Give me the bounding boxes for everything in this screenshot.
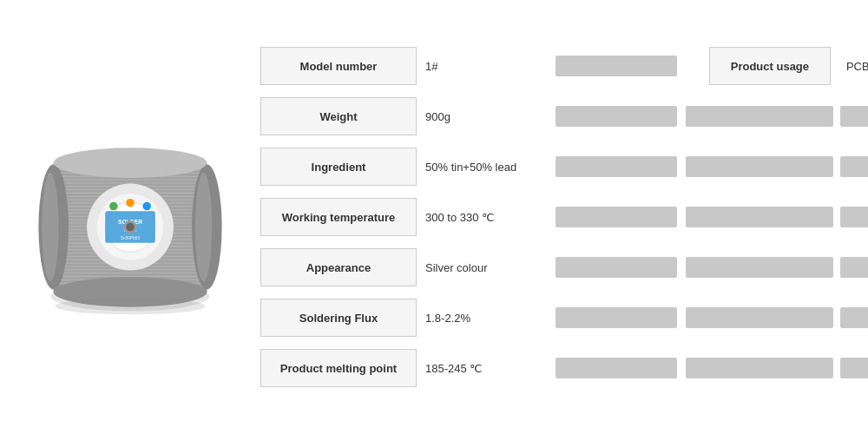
right-section-ingredient: [686, 156, 868, 177]
specs-row-flux: Soldering Flux 1.8-2.2%: [260, 293, 868, 343]
right-section-melting: [686, 358, 868, 378]
page-container: SOLDER WIRE Sn50Pb50 Model number 1# Pro…: [0, 0, 868, 434]
label-model-number: Model number: [260, 47, 417, 85]
svg-point-24: [56, 298, 206, 314]
extra-col-weight: [556, 106, 677, 127]
label-ingredient: Ingredient: [260, 148, 417, 186]
extra-col-melting: [556, 358, 677, 378]
gray-block-ingredient: [556, 156, 677, 177]
gray-block-weight-right: [686, 106, 833, 127]
gray-block-model: [556, 56, 677, 76]
extra-col-flux: [556, 307, 677, 328]
right-section-weight: [686, 106, 868, 127]
svg-point-19: [109, 202, 118, 211]
specs-row-temp: Working temperature 300 to 330 ℃: [260, 192, 868, 242]
extra-col-temp: [556, 207, 677, 227]
specs-row-weight: Weight 900g: [260, 91, 868, 141]
gray-block-temp: [556, 207, 677, 227]
svg-point-23: [126, 223, 135, 232]
gray-block-temp-right2: [840, 207, 868, 227]
extra-col-model: [556, 56, 700, 76]
svg-point-7: [42, 173, 58, 281]
svg-text:Sn50Pb50: Sn50Pb50: [121, 236, 141, 240]
svg-point-20: [126, 199, 135, 207]
right-section-appearance: [686, 257, 868, 278]
gray-block-appearance-right2: [840, 257, 868, 278]
gray-block-appearance-right: [686, 257, 833, 278]
specs-row-ingredient: Ingredient 50% tin+50% lead: [260, 141, 868, 192]
gray-block-temp-right: [686, 207, 833, 227]
value-ingredient: 50% tin+50% lead: [417, 148, 556, 186]
value-weight: 900g: [417, 97, 556, 135]
gray-block-ingredient-right2: [840, 156, 868, 177]
gray-block-melting-right2: [840, 358, 868, 378]
spool-image: SOLDER WIRE Sn50Pb50: [35, 113, 226, 321]
label-working-temp: Working temperature: [260, 198, 417, 236]
svg-point-10: [54, 148, 207, 178]
label-weight: Weight: [260, 97, 417, 135]
gray-block-weight-right2: [840, 106, 868, 127]
value-model-number: 1#: [417, 47, 556, 85]
product-image-area: SOLDER WIRE Sn50Pb50: [17, 35, 243, 399]
gray-block-flux: [556, 307, 677, 328]
svg-point-21: [142, 202, 151, 211]
value-working-temp: 300 to 330 ℃: [417, 198, 556, 236]
gray-block-weight: [556, 106, 677, 127]
gray-block-ingredient-right: [686, 156, 833, 177]
extra-col-appearance: [556, 257, 677, 278]
specs-row-appearance: Appearance Silver colour: [260, 242, 868, 293]
specs-row-model: Model number 1# Product usage PCB solder…: [260, 41, 868, 91]
right-section-model: Product usage PCB soldering: [709, 47, 868, 85]
label-soldering-flux: Soldering Flux: [260, 299, 417, 337]
right-section-flux: [686, 307, 868, 328]
gray-block-melting-right: [686, 358, 833, 378]
value-soldering-flux: 1.8-2.2%: [417, 299, 556, 337]
gray-block-flux-right2: [840, 307, 868, 328]
label-appearance: Appearance: [260, 248, 417, 286]
specs-row-melting: Product melting point 185-245 ℃: [260, 343, 868, 393]
extra-col-ingredient: [556, 156, 677, 177]
gray-block-melting: [556, 358, 677, 378]
svg-point-9: [195, 173, 212, 281]
label-melting-point: Product melting point: [260, 349, 417, 387]
value-melting-point: 185-245 ℃: [417, 349, 556, 387]
gray-block-flux-right: [686, 307, 833, 328]
gray-block-appearance: [556, 257, 677, 278]
label-product-usage: Product usage: [709, 47, 831, 85]
right-section-temp: [686, 207, 868, 227]
specs-area: Model number 1# Product usage PCB solder…: [260, 35, 868, 399]
value-product-usage: PCB soldering: [838, 47, 868, 85]
value-appearance: Silver colour: [417, 248, 556, 286]
